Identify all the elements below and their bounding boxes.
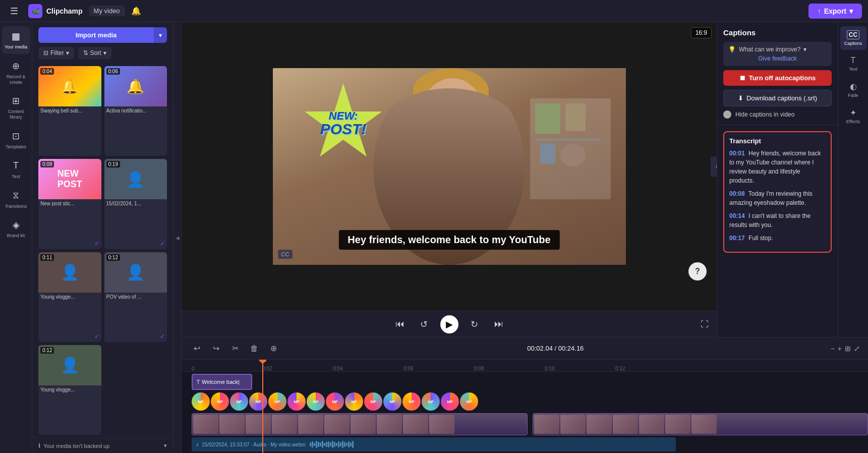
- preview-right-arrow[interactable]: ›: [711, 156, 717, 177]
- transcript-entry[interactable]: 00:08 Today I'm reviewing this amazing e…: [729, 189, 826, 207]
- skip-forward-button[interactable]: ⏭: [491, 316, 507, 332]
- sticker-frame[interactable]: NP: [345, 392, 363, 411]
- audio-track-row: ♪ 15/02/2024, 15:33:07 · Audio · My vide…: [192, 437, 868, 451]
- redo-button[interactable]: ↪: [209, 342, 223, 356]
- sticker-frame[interactable]: NP: [211, 392, 229, 411]
- download-captions-button[interactable]: ⬇ Download captions (.srt): [723, 90, 832, 106]
- right-icon-column: CC Captions T Text ◐ Fade ✦ Effects: [838, 22, 868, 337]
- cut-button[interactable]: ✂: [228, 342, 242, 356]
- sidebar-item-text[interactable]: T Text: [2, 156, 30, 184]
- video-segment-2[interactable]: [533, 413, 869, 435]
- right-icon-text[interactable]: T Text: [840, 52, 866, 76]
- media-check-icon: ✓: [94, 240, 99, 247]
- transcript-entry[interactable]: 00:14 I can't wait to share the results …: [729, 211, 826, 230]
- transcript-entry[interactable]: 00:01 Hey friends, welcome back to my Yo…: [729, 149, 826, 185]
- media-item[interactable]: NEWPOST 0:08 ✓ New post stic...: [38, 159, 101, 249]
- sticker-frame[interactable]: NP: [402, 392, 421, 411]
- help-button[interactable]: ?: [688, 262, 707, 280]
- transcript-panel: Transcript 00:01 Hey friends, welcome ba…: [723, 131, 832, 253]
- sticker-frame[interactable]: NP: [192, 392, 210, 411]
- video-segment-1[interactable]: [192, 413, 528, 435]
- sort-button[interactable]: ⇅ Sort ▾: [78, 47, 111, 59]
- toggle-button[interactable]: [723, 110, 731, 119]
- info-icon: ℹ: [38, 442, 40, 449]
- video-background-shelf: [530, 98, 611, 199]
- transcript-entry[interactable]: 00:17 Full stop.: [729, 234, 826, 243]
- sticker-frame[interactable]: NP: [249, 392, 267, 411]
- audio-track[interactable]: ♪ 15/02/2024, 15:33:07 · Audio · My vide…: [192, 437, 676, 451]
- sticker-frame[interactable]: NP: [383, 392, 401, 411]
- video-scene: NEW: POST! Hey friends, welcome back to …: [273, 68, 626, 265]
- caption-segment-label: Welcome back|: [202, 379, 240, 385]
- sticker-frame[interactable]: NP: [268, 392, 286, 411]
- media-item[interactable]: 🔔 0:06 Activa notificatio...: [104, 66, 167, 156]
- cc-button[interactable]: CC: [278, 250, 293, 259]
- playhead[interactable]: [262, 360, 263, 453]
- ruler-mark-5: 0:10: [545, 366, 554, 371]
- media-duration: 0:04: [40, 68, 54, 75]
- skip-back-button[interactable]: ⏮: [392, 316, 408, 332]
- media-item[interactable]: 👤 0:12 ✓ POV video of ...: [104, 252, 167, 342]
- panel-collapse-button[interactable]: ◀: [173, 22, 182, 453]
- notification-icon[interactable]: 🔔: [131, 6, 141, 16]
- filter-sort-row: ⊟ Filter ▾ ⇅ Sort ▾: [38, 47, 167, 59]
- video-title[interactable]: My video: [89, 6, 125, 16]
- ruler-mark-3: 0:06: [403, 366, 413, 371]
- rewind-button[interactable]: ↺: [416, 316, 432, 332]
- filter-button[interactable]: ⊟ Filter ▾: [38, 47, 74, 59]
- right-icon-fade[interactable]: ◐ Fade: [840, 78, 866, 102]
- add-media-button[interactable]: ⊕: [266, 342, 280, 356]
- feedback-question: 💡 What can we improve? ▾: [728, 46, 827, 53]
- thumb-person-icon: 👤: [126, 263, 145, 281]
- sticker-frame[interactable]: NP: [364, 392, 382, 411]
- sidebar-item-content-library[interactable]: ⊞ Contentlibrary: [2, 91, 30, 124]
- media-item[interactable]: 👤 0:12 Young vlogge...: [38, 345, 101, 435]
- media-check-icon: ✓: [160, 333, 165, 340]
- right-icon-effects[interactable]: ✦ Effects: [840, 104, 866, 128]
- ruler-mark-4: 0:08: [474, 366, 484, 371]
- media-duration: 0:19: [106, 161, 120, 167]
- filter-chevron: ▾: [66, 49, 69, 56]
- sticker-frame[interactable]: NP: [441, 392, 459, 411]
- import-dropdown-button[interactable]: ▾: [154, 27, 167, 43]
- zoom-out-button[interactable]: −: [831, 345, 835, 353]
- export-button[interactable]: ↑ Export ▾: [808, 4, 862, 19]
- video-preview: 16:9: [182, 22, 717, 311]
- fit-to-window-button[interactable]: ⊞: [845, 345, 851, 353]
- media-duration: 0:06: [106, 68, 120, 75]
- sticker-frame[interactable]: NP: [307, 392, 325, 411]
- delete-button[interactable]: 🗑: [247, 342, 261, 356]
- text-icon: T: [851, 56, 856, 65]
- sidebar-item-templates[interactable]: ⊡ Templates: [2, 126, 30, 154]
- right-icon-captions[interactable]: CC Captions: [840, 26, 866, 50]
- fullscreen-button[interactable]: ⛶: [701, 320, 709, 329]
- sidebar-item-brand-kit[interactable]: ◈ Brand kit: [2, 215, 30, 243]
- sticker-frame[interactable]: NP: [287, 392, 306, 411]
- import-media-button[interactable]: Import media: [38, 27, 154, 43]
- zoom-in-button[interactable]: +: [838, 345, 842, 353]
- hamburger-menu[interactable]: ☰: [6, 3, 22, 19]
- sticker-frame[interactable]: NP: [422, 392, 440, 411]
- export-icon: ↑: [818, 7, 821, 15]
- sidebar-item-your-media[interactable]: ▦ Your media: [2, 26, 30, 54]
- media-item[interactable]: 👤 0:11 ✓ Young vlogge...: [38, 252, 101, 342]
- undo-button[interactable]: ↩: [190, 342, 204, 356]
- play-button[interactable]: ▶: [440, 315, 458, 333]
- aspect-ratio-badge[interactable]: 16:9: [691, 27, 712, 38]
- media-label: Swaying bell sub...: [38, 106, 101, 115]
- forward-button[interactable]: ↻: [467, 316, 483, 332]
- sticker-frame[interactable]: NP: [460, 392, 478, 411]
- sidebar-item-record-create[interactable]: ⊕ Record &create: [2, 56, 30, 89]
- sidebar-item-transitions[interactable]: ⧖ Transitions: [2, 186, 30, 213]
- media-item[interactable]: 🔔 0:04 Swaying bell sub...: [38, 66, 101, 156]
- app-logo: 📹 Clipchamp: [28, 4, 83, 18]
- caption-segment[interactable]: T Welcome back|: [192, 374, 252, 390]
- media-duration: 0:12: [40, 347, 54, 354]
- turn-off-autocaptions-button[interactable]: ⏹ Turn off autocaptions: [723, 70, 832, 86]
- give-feedback-link[interactable]: Give feedback: [728, 55, 827, 62]
- media-duration: 0:12: [106, 254, 120, 261]
- sticker-frame[interactable]: NP: [326, 392, 344, 411]
- expand-button[interactable]: ⤢: [854, 345, 860, 353]
- media-item[interactable]: 👤 0:19 ✓ 15/02/2024, 1...: [104, 159, 167, 249]
- sticker-frame[interactable]: NP: [230, 392, 248, 411]
